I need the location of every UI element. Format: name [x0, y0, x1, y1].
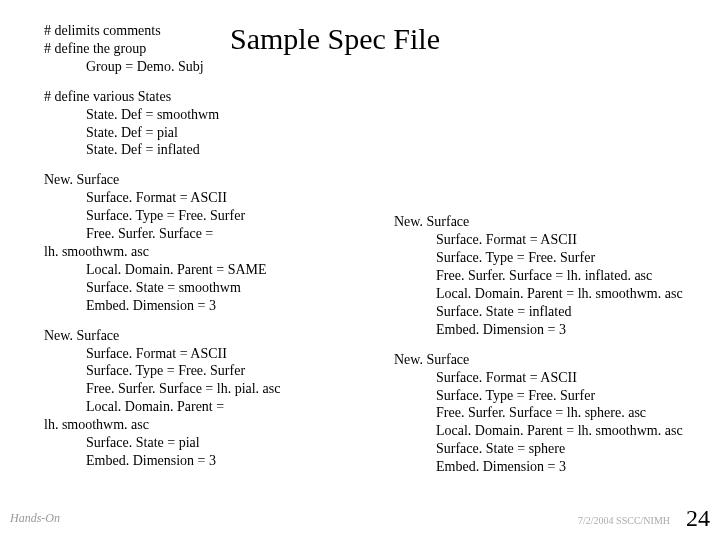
surface-block-1: New. SurfaceSurface. Format = ASCIISurfa…: [44, 171, 354, 314]
text-line: Local. Domain. Parent = lh. smoothwm. as…: [394, 285, 684, 303]
surface-block-3: New. SurfaceSurface. Format = ASCIISurfa…: [394, 213, 684, 338]
text-line: Free. Surfer. Surface = lh. sphere. asc: [394, 404, 684, 422]
right-column: New. SurfaceSurface. Format = ASCIISurfa…: [394, 171, 684, 488]
text-line: Local. Domain. Parent =: [44, 398, 354, 416]
text-line: Surface. State = inflated: [394, 303, 684, 321]
surface-block-2: New. SurfaceSurface. Format = ASCIISurfa…: [44, 327, 354, 470]
text-line: Surface. Format = ASCII: [44, 189, 354, 207]
text-line: Free. Surfer. Surface =: [44, 225, 354, 243]
text-line: State. Def = smoothwm: [44, 106, 692, 124]
slide-title: Sample Spec File: [230, 22, 440, 56]
text-line: Surface. State = sphere: [394, 440, 684, 458]
text-line: New. Surface: [394, 351, 684, 369]
left-column: New. SurfaceSurface. Format = ASCIISurfa…: [44, 171, 354, 488]
footer-right: 7/2/2004 SSCC/NIMH: [578, 515, 670, 526]
text-line: New. Surface: [44, 327, 354, 345]
text-line: Surface. State = pial: [44, 434, 354, 452]
text-line: Embed. Dimension = 3: [44, 297, 354, 315]
slide: Sample Spec File # delimits comments# de…: [0, 0, 720, 540]
text-line: Surface. Format = ASCII: [394, 369, 684, 387]
text-line: Surface. Type = Free. Surfer: [394, 249, 684, 267]
block-states: # define various StatesState. Def = smoo…: [44, 88, 692, 160]
text-line: State. Def = inflated: [44, 141, 692, 159]
surface-block-4: New. SurfaceSurface. Format = ASCIISurfa…: [394, 351, 684, 476]
text-line: Free. Surfer. Surface = lh. inflated. as…: [394, 267, 684, 285]
footer-left: Hands-On: [10, 511, 60, 526]
text-line: Surface. Format = ASCII: [394, 231, 684, 249]
page-number: 24: [686, 505, 710, 532]
text-line: Surface. State = smoothwm: [44, 279, 354, 297]
text-line: Local. Domain. Parent = lh. smoothwm. as…: [394, 422, 684, 440]
text-line: Surface. Format = ASCII: [44, 345, 354, 363]
text-line: lh. smoothwm. asc: [44, 416, 354, 434]
text-line: Surface. Type = Free. Surfer: [394, 387, 684, 405]
text-line: State. Def = pial: [44, 124, 692, 142]
two-columns: New. SurfaceSurface. Format = ASCIISurfa…: [44, 171, 692, 488]
text-line: Embed. Dimension = 3: [44, 452, 354, 470]
text-line: New. Surface: [44, 171, 354, 189]
text-line: Surface. Type = Free. Surfer: [44, 207, 354, 225]
text-line: Local. Domain. Parent = SAME: [44, 261, 354, 279]
text-line: Group = Demo. Subj: [44, 58, 692, 76]
slide-body: # delimits comments# define the groupGro…: [44, 22, 692, 488]
text-line: Embed. Dimension = 3: [394, 458, 684, 476]
text-line: Free. Surfer. Surface = lh. pial. asc: [44, 380, 354, 398]
text-line: Surface. Type = Free. Surfer: [44, 362, 354, 380]
text-line: lh. smoothwm. asc: [44, 243, 354, 261]
text-line: # define various States: [44, 88, 692, 106]
text-line: New. Surface: [394, 213, 684, 231]
text-line: Embed. Dimension = 3: [394, 321, 684, 339]
